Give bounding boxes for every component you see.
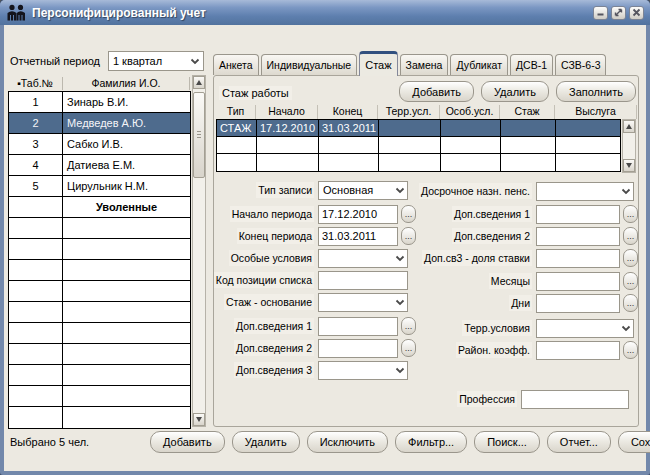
extra-info-3-select[interactable] <box>318 361 408 380</box>
tab-label: Замена <box>406 59 443 71</box>
extra-info-2-right-input[interactable] <box>536 227 620 246</box>
grid-col-header[interactable]: Конец <box>318 105 378 119</box>
period-end-input[interactable] <box>318 227 398 246</box>
months-browse-button[interactable]: ... <box>623 272 638 290</box>
employee-name: Медведев А.Ю. <box>63 113 190 133</box>
report-period-select[interactable]: 1 квартал <box>108 51 204 71</box>
extra-info-1-right-browse-button[interactable]: ... <box>623 205 638 223</box>
months-input[interactable] <box>536 272 620 291</box>
days-input[interactable] <box>536 294 620 313</box>
employee-name: Цирульник Н.М. <box>63 176 190 196</box>
report-period-value: 1 квартал <box>109 55 188 67</box>
maximize-button[interactable] <box>611 6 626 20</box>
tab-anketa[interactable]: Анкета <box>213 54 259 75</box>
grid-fill-button[interactable]: Заполнить <box>556 81 636 102</box>
period-start-input[interactable] <box>318 205 398 224</box>
col-header-name[interactable]: Фамилия И.О. <box>63 77 190 90</box>
section-label: Стаж работы <box>219 86 292 100</box>
scroll-up-icon[interactable] <box>623 120 635 133</box>
employee-row[interactable]: 1 Зинарь В.И. <box>9 92 190 113</box>
tab-dublikat[interactable]: Дубликат <box>450 54 508 75</box>
profession-input[interactable] <box>521 390 629 409</box>
grid-cell: СТАЖ <box>217 120 257 136</box>
report-period-label: Отчетный период <box>10 55 100 67</box>
tab-individualnye[interactable]: Индивидуальные <box>261 54 358 75</box>
extra-info-1-input[interactable] <box>318 317 398 336</box>
exclude-employee-button[interactable]: Исключить <box>307 431 388 453</box>
tab-szv-6-3[interactable]: СЗВ-6-3 <box>555 54 606 75</box>
employee-row[interactable]: 5 Цирульник Н.М. <box>9 176 190 197</box>
special-conditions-label: Особые условия <box>229 250 314 266</box>
add-employee-button[interactable]: Добавить <box>150 431 225 453</box>
employee-row[interactable]: 4 Датиева Е.М. <box>9 155 190 176</box>
report-button[interactable]: Отчет... <box>547 431 611 453</box>
stazh-grid-scrollbar[interactable] <box>622 119 636 173</box>
employee-row-empty[interactable] <box>9 365 190 386</box>
employee-row-empty[interactable] <box>9 239 190 260</box>
extra-info-1-browse-button[interactable]: ... <box>401 317 416 335</box>
scrollbar-thumb[interactable] <box>193 92 205 178</box>
employee-row-empty[interactable] <box>9 344 190 365</box>
tab-stazh[interactable]: Стаж <box>359 51 397 76</box>
territorial-conditions-select[interactable] <box>536 319 634 338</box>
special-conditions-select[interactable] <box>318 249 408 268</box>
grid-col-header[interactable]: Выслуга <box>555 105 637 119</box>
scroll-up-icon[interactable] <box>193 76 205 89</box>
period-end-label: Конец периода <box>237 228 314 244</box>
grid-col-header[interactable]: Начало <box>256 105 318 119</box>
grid-col-header[interactable]: Тип <box>216 105 256 119</box>
grid-row-empty[interactable] <box>217 137 620 154</box>
record-type-value: Основная <box>319 184 392 196</box>
extra-info-2-input[interactable] <box>318 339 398 358</box>
fired-section-row[interactable]: Уволенные <box>9 197 190 218</box>
extra-info-1-right-input[interactable] <box>536 205 620 224</box>
experience-basis-select[interactable] <box>318 293 408 312</box>
extra-sv3-rate-share-input[interactable] <box>536 249 620 268</box>
grid-delete-button[interactable]: Удалить <box>481 81 549 102</box>
grid-col-header[interactable]: Особ.усл. <box>440 105 500 119</box>
grid-row-selected[interactable]: СТАЖ 17.12.2010 31.03.2011 <box>217 120 620 137</box>
employee-row-empty[interactable] <box>9 407 190 428</box>
grid-col-header[interactable]: Стаж <box>500 105 555 119</box>
employee-row-empty[interactable] <box>9 386 190 407</box>
employee-table-scrollbar[interactable] <box>192 75 206 427</box>
employee-row-empty[interactable] <box>9 260 190 281</box>
territorial-conditions-label: Терр.условия <box>462 320 532 336</box>
tab-zamena[interactable]: Замена <box>400 54 449 75</box>
employee-row-selected[interactable]: 2 Медведев А.Ю. <box>9 113 190 134</box>
extra-sv3-rate-share-browse-button[interactable]: ... <box>623 249 638 267</box>
employee-row-empty[interactable] <box>9 302 190 323</box>
grid-col-header[interactable]: Терр.усл. <box>378 105 440 119</box>
scroll-down-icon[interactable] <box>623 159 635 172</box>
early-pension-select[interactable] <box>536 182 634 201</box>
col-header-tab-num[interactable]: ▪Таб.№ <box>8 77 63 90</box>
employee-name: Датиева Е.М. <box>63 155 190 175</box>
record-type-select[interactable]: Основная <box>318 181 408 200</box>
district-coefficient-input[interactable] <box>536 341 620 360</box>
employee-row[interactable]: 3 Сабко И.В. <box>9 134 190 155</box>
days-browse-button[interactable]: ... <box>623 294 638 312</box>
list-position-code-label: Код позиции списка <box>214 272 314 288</box>
period-start-browse-button[interactable]: ... <box>401 205 416 223</box>
district-coefficient-browse-button[interactable]: ... <box>623 341 638 359</box>
save-button[interactable]: Сохранить <box>618 431 650 453</box>
tab-dsv-1[interactable]: ДСВ-1 <box>510 54 553 75</box>
list-position-code-input[interactable] <box>318 271 408 290</box>
employee-row-empty[interactable] <box>9 218 190 239</box>
delete-employee-button[interactable]: Удалить <box>232 431 300 453</box>
grid-add-button[interactable]: Добавить <box>399 81 474 102</box>
period-end-browse-button[interactable]: ... <box>401 227 416 245</box>
close-button[interactable] <box>629 6 644 20</box>
filter-button[interactable]: Фильтр... <box>395 431 467 453</box>
employee-row-empty[interactable] <box>9 281 190 302</box>
minimize-button[interactable] <box>593 6 608 20</box>
grid-row-empty[interactable] <box>217 154 620 171</box>
extra-info-2-browse-button[interactable]: ... <box>401 339 416 357</box>
search-button[interactable]: Поиск... <box>474 431 540 453</box>
scroll-down-icon[interactable] <box>193 413 205 426</box>
extra-info-2-right-browse-button[interactable]: ... <box>623 227 638 245</box>
employee-row-empty[interactable] <box>9 323 190 344</box>
experience-basis-label: Стаж - основание <box>224 294 314 310</box>
employee-num: 5 <box>9 176 63 196</box>
titlebar[interactable]: Персонифицированный учет <box>0 0 650 25</box>
